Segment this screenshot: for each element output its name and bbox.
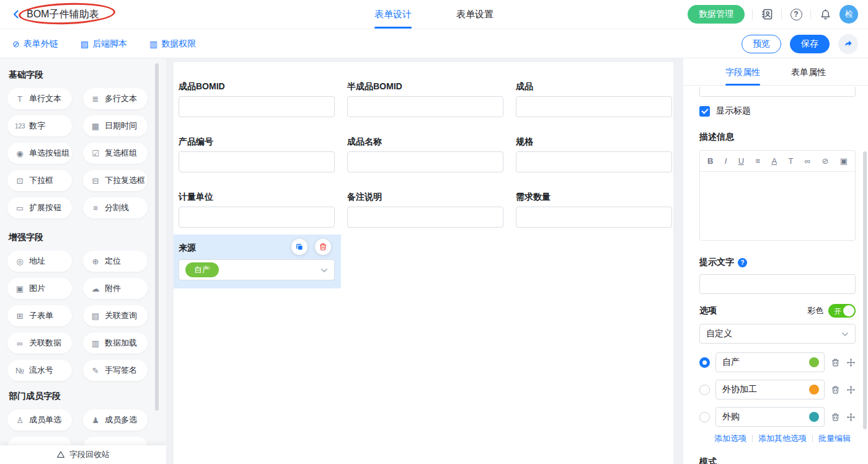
text-input[interactable] [516,96,672,117]
sidebar-scrollbar[interactable] [155,63,159,411]
backend-script-link[interactable]: ▨ 后端脚本 [81,38,127,50]
remove-link-icon[interactable]: ⊘ [822,156,828,166]
field-type-image[interactable]: ▣图片 [7,278,72,299]
font-size-icon[interactable]: T [788,156,793,166]
field-type-subform[interactable]: ⊞子表单 [7,305,72,326]
font-color-icon[interactable]: A [771,156,777,166]
field-type-address[interactable]: ◎地址 [7,251,72,272]
text-input[interactable] [516,151,672,172]
hint-help-icon[interactable]: ? [738,258,747,267]
delete-option-button[interactable] [830,357,840,367]
text-input[interactable] [179,207,335,228]
option-source-select[interactable]: 自定义 [699,324,856,344]
field-type-signature[interactable]: ✎手写签名 [83,360,148,381]
tab-form-settings[interactable]: 表单设置 [456,0,494,29]
field-type-radio-group[interactable]: ◉单选按钮组 [7,143,72,164]
batch-edit-link[interactable]: 批量编辑 [818,433,851,444]
field-type-data-load[interactable]: ▥数据加载 [83,332,148,354]
colorful-toggle[interactable]: 开 [828,304,856,318]
avatar[interactable]: 检 [839,5,858,24]
field-title-input-partial[interactable] [699,87,856,97]
field-type-attachment[interactable]: ☁附件 [83,278,148,299]
delete-field-button[interactable] [315,239,331,255]
field-type-multi-line-text[interactable]: ≣多行文本 [83,88,148,109]
canvas-field-semi-bomid[interactable]: 半成品BOMID [347,81,503,117]
field-type-linked-query[interactable]: ▤关联查询 [83,305,148,326]
field-type-divider[interactable]: ≡分割线 [83,197,148,218]
option-color-dot[interactable] [809,385,819,395]
delete-option-button[interactable] [830,412,840,422]
move-icon [846,358,856,367]
move-option-handle[interactable] [846,357,856,367]
tab-form-design[interactable]: 表单设计 [374,0,412,29]
tab-form-properties[interactable]: 表单属性 [791,58,826,86]
panel-tabs: 字段属性 表单属性 [683,58,868,86]
text-input[interactable] [347,96,503,117]
text-input[interactable] [347,207,503,228]
field-type-checkbox-group[interactable]: ☑复选框组 [83,143,148,164]
add-other-option-link[interactable]: 添加其他选项 [758,433,807,444]
canvas-field-remark[interactable]: 备注说明 [347,191,503,228]
field-type-dropdown[interactable]: ⊡下拉框 [7,170,72,191]
field-type-linked-data[interactable]: ∞关联数据 [7,332,72,354]
description-editor-body[interactable] [700,172,855,240]
canvas-field-product-no[interactable]: 产品编号 [179,136,335,172]
copy-field-button[interactable] [291,239,308,255]
add-option-link[interactable]: 添加选项 [714,433,746,444]
option-radio[interactable] [699,385,710,395]
tab-field-properties[interactable]: 字段属性 [725,58,760,86]
bell-icon[interactable] [818,7,832,21]
option-label-input[interactable]: 自产 [715,352,825,372]
save-button[interactable]: 保存 [790,35,830,53]
option-color-dot[interactable] [809,412,819,422]
text-input[interactable] [516,207,672,228]
field-type-multi-dropdown[interactable]: ⊟下拉复选框 [83,170,148,191]
option-radio-selected[interactable] [699,357,710,368]
share-button[interactable] [838,34,858,54]
canvas-field-spec[interactable]: 规格 [516,136,672,172]
text-input[interactable] [347,151,503,172]
italic-icon[interactable]: I [725,156,727,166]
insert-image-icon[interactable]: ▣ [840,156,848,166]
source-dropdown[interactable]: 自产 [179,259,335,280]
option-radio[interactable] [699,412,710,422]
underline-icon[interactable]: U [738,156,744,166]
canvas-field-unit[interactable]: 计量单位 [179,191,335,228]
insert-link-icon[interactable]: ∞ [805,156,810,166]
hint-text-input[interactable] [699,274,856,294]
field-recycle-bin[interactable]: 字段回收站 [0,445,166,464]
option-label-input[interactable]: 外购 [715,407,825,427]
field-type-datetime[interactable]: ▦日期时间 [83,115,148,136]
field-type-serial-number[interactable]: №流水号 [7,360,72,381]
help-icon[interactable]: ? [789,7,803,21]
bold-icon[interactable]: B [707,156,713,166]
field-type-member-multi[interactable]: ♟成员多选 [83,409,148,431]
contacts-icon[interactable] [760,7,774,21]
text-input[interactable] [179,151,335,172]
field-type-single-line-text[interactable]: T单行文本 [7,88,72,109]
option-label-input[interactable]: 外协加工 [715,380,825,399]
field-type-location[interactable]: ⊕定位 [83,251,148,272]
canvas-field-source-selected[interactable]: 来源 自产 [174,234,341,288]
canvas-field-finished-name[interactable]: 成品名称 [347,136,503,172]
canvas-field-finished[interactable]: 成品 [516,81,672,117]
data-permission-link[interactable]: ▥ 数据权限 [149,38,196,50]
data-manage-button[interactable]: 数据管理 [688,5,745,24]
option-color-dot[interactable] [809,357,819,367]
canvas-field-demand-qty[interactable]: 需求数量 [516,191,672,228]
field-type-extend-button[interactable]: ▭扩展按钮 [7,197,72,218]
form-external-link[interactable]: ⊘ 表单外链 [12,38,58,50]
field-type-number[interactable]: 123数字 [7,115,72,136]
panel-scrollbar[interactable] [863,151,867,429]
move-option-handle[interactable] [846,412,856,422]
field-type-member-single[interactable]: ♙成员单选 [7,409,72,431]
move-option-handle[interactable] [846,385,856,395]
trash-icon [831,413,840,422]
linked-query-icon: ▤ [91,311,100,321]
text-input[interactable] [179,96,335,117]
delete-option-button[interactable] [830,385,840,395]
preview-button[interactable]: 预览 [742,35,781,53]
align-icon[interactable]: ≡ [755,156,760,166]
canvas-field-finished-bomid[interactable]: 成品BOMID [179,81,335,117]
show-title-checkbox[interactable] [699,106,710,117]
